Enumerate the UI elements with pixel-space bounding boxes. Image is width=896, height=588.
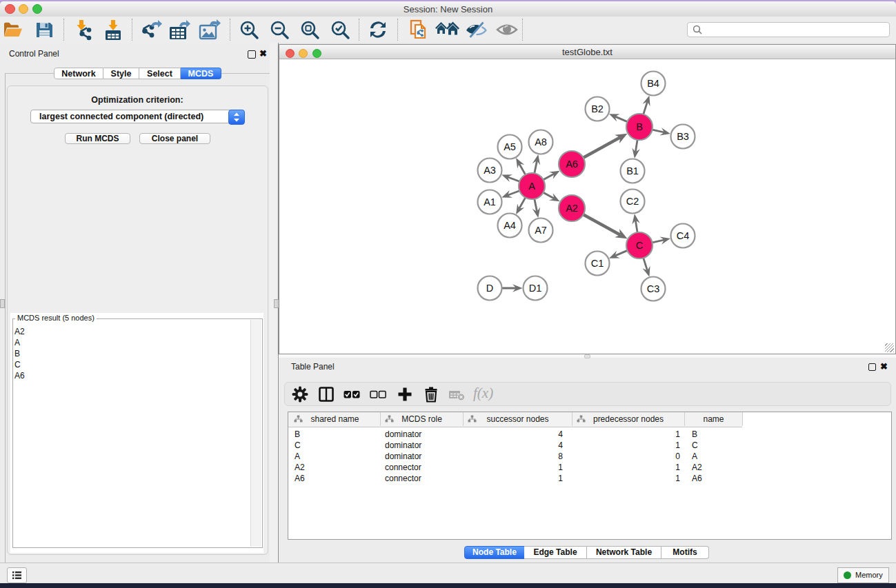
svg-text:B1: B1 [626,165,639,176]
svg-text:A3: A3 [484,165,496,176]
svg-text:A2: A2 [566,203,578,214]
svg-text:A: A [528,181,535,192]
svg-text:C3: C3 [647,283,660,294]
svg-text:A8: A8 [535,136,547,148]
svg-text:C4: C4 [677,230,690,241]
svg-text:A6: A6 [566,159,578,170]
svg-text:C: C [636,240,643,251]
svg-text:C1: C1 [591,258,604,269]
svg-text:B: B [636,121,643,132]
svg-text:B2: B2 [591,103,604,114]
svg-text:D: D [486,283,493,294]
svg-text:A7: A7 [535,225,547,236]
svg-text:A4: A4 [504,220,516,231]
svg-text:B4: B4 [647,78,659,89]
svg-text:A1: A1 [484,196,496,207]
svg-text:A5: A5 [504,141,516,152]
svg-text:D1: D1 [529,283,542,294]
svg-text:B3: B3 [677,131,689,142]
svg-text:C2: C2 [626,196,639,207]
